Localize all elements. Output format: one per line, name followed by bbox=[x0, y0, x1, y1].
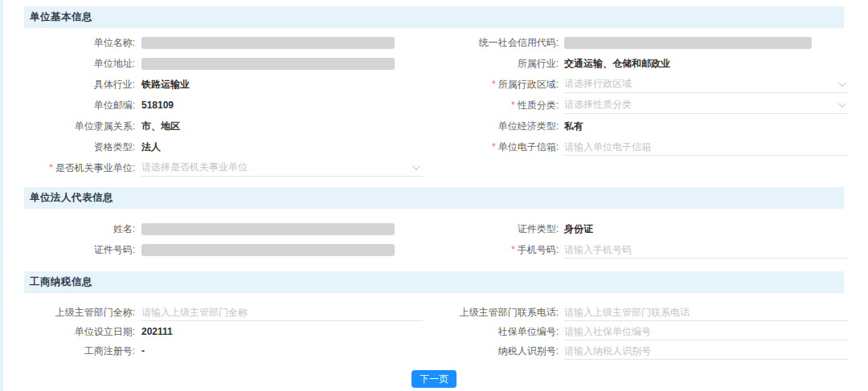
form-row-specific-industry-and-region: 具体行业: 铁路运输业 *所属行政区域: 请选择行政区域 bbox=[0, 74, 868, 95]
legal-rep-name-label: 姓名: bbox=[0, 222, 135, 236]
required-mark: * bbox=[492, 79, 496, 90]
form-row-id-number-and-mobile: 证件号码: *手机号码: bbox=[0, 239, 868, 260]
unit-affiliation-value: 市、地区 bbox=[141, 120, 180, 133]
is-government-institution-label: *是否机关事业单位: bbox=[0, 161, 135, 175]
required-mark: * bbox=[492, 141, 496, 153]
qualification-type-label: 资格类型: bbox=[0, 141, 135, 154]
establish-date-value: 202111 bbox=[141, 326, 173, 337]
footer-actions: 下一页 bbox=[0, 370, 868, 388]
superior-dept-phone-label: 上级主管部门联系电话: bbox=[434, 306, 559, 320]
unit-postcode-label: 单位邮编: bbox=[0, 99, 135, 112]
specific-industry-label: 具体行业: bbox=[0, 78, 135, 92]
unit-email-input[interactable] bbox=[564, 140, 849, 154]
chevron-down-icon bbox=[412, 162, 420, 170]
establish-date-label: 单位设立日期: bbox=[0, 325, 135, 339]
superior-dept-phone-input[interactable] bbox=[564, 305, 849, 320]
specific-industry-value: 铁路运输业 bbox=[141, 78, 190, 92]
unit-email-label: *单位电子信箱: bbox=[434, 141, 559, 154]
admin-region-placeholder: 请选择行政区域 bbox=[564, 77, 838, 91]
unit-postcode-value: 518109 bbox=[141, 100, 174, 111]
superior-dept-name-label: 上级主管部门全称: bbox=[0, 306, 135, 320]
id-number-label: 证件号码: bbox=[0, 243, 135, 257]
form-row-superior-dept: 上级主管部门全称: 上级主管部门联系电话: bbox=[0, 303, 868, 322]
nature-classification-placeholder: 请选择性质分类 bbox=[564, 98, 838, 112]
is-government-institution-select[interactable]: 请选择是否机关事业单位 bbox=[141, 160, 423, 177]
unit-registration-form: 单位基本信息 单位名称: 统一社会信用代码: 单位地址: 所属行业: 交通运输、… bbox=[0, 0, 868, 391]
social-insurance-no-label: 社保单位编号: bbox=[434, 325, 559, 339]
superior-dept-name-input[interactable] bbox=[141, 305, 423, 320]
mobile-number-label: *手机号码: bbox=[434, 243, 559, 257]
unit-affiliation-label: 单位隶属关系: bbox=[0, 120, 135, 133]
chevron-down-icon bbox=[838, 100, 846, 108]
business-reg-no-value: - bbox=[141, 345, 145, 356]
form-row-address-and-industry: 单位地址: 所属行业: 交通运输、仓储和邮政业 bbox=[0, 53, 868, 74]
id-type-label: 证件类型: bbox=[434, 222, 559, 236]
unit-address-masked-value bbox=[141, 58, 395, 70]
section-title: 工商纳税信息 bbox=[30, 275, 92, 289]
credit-code-masked-value bbox=[564, 37, 812, 49]
unit-email-input-wrap bbox=[564, 139, 849, 156]
form-row-business-reg-and-taxpayer-id: 工商注册号: - 纳税人识别号: bbox=[0, 341, 868, 360]
nature-classification-label: *性质分类: bbox=[434, 99, 559, 112]
form-row-name-and-id-type: 姓名: 证件类型: 身份证 bbox=[0, 218, 868, 239]
required-mark: * bbox=[511, 100, 515, 111]
superior-dept-phone-input-wrap bbox=[564, 304, 849, 321]
superior-dept-name-input-wrap bbox=[141, 304, 423, 321]
form-row-affiliation-and-economic-type: 单位隶属关系: 市、地区 单位经济类型: 私有 bbox=[0, 116, 868, 136]
form-row-establish-date-and-social-insurance: 单位设立日期: 202111 社保单位编号: bbox=[0, 322, 868, 341]
credit-code-label: 统一社会信用代码: bbox=[434, 36, 559, 50]
section-title: 单位法人代表信息 bbox=[30, 191, 113, 205]
chevron-down-icon bbox=[838, 79, 846, 87]
economic-type-label: 单位经济类型: bbox=[434, 120, 559, 133]
form-row-postcode-and-nature: 单位邮编: 518109 *性质分类: 请选择性质分类 bbox=[0, 95, 868, 116]
is-government-institution-placeholder: 请选择是否机关事业单位 bbox=[141, 161, 412, 174]
qualification-type-value: 法人 bbox=[141, 141, 161, 154]
admin-region-select[interactable]: 请选择行政区域 bbox=[564, 76, 849, 93]
social-insurance-no-input-wrap bbox=[564, 324, 849, 340]
unit-name-label: 单位名称: bbox=[0, 36, 135, 50]
id-number-masked-value bbox=[141, 244, 395, 256]
taxpayer-id-label: 纳税人识别号: bbox=[434, 344, 559, 358]
legal-rep-name-masked-value bbox=[141, 223, 395, 235]
mobile-number-input[interactable] bbox=[564, 242, 849, 257]
required-mark: * bbox=[49, 162, 53, 173]
unit-address-label: 单位地址: bbox=[0, 57, 135, 71]
economic-type-value: 私有 bbox=[564, 120, 583, 133]
required-mark: * bbox=[511, 244, 515, 255]
industry-category-label: 所属行业: bbox=[434, 57, 559, 71]
unit-name-masked-value bbox=[141, 37, 395, 49]
form-row-unit-name-and-credit-code: 单位名称: 统一社会信用代码: bbox=[0, 32, 868, 53]
taxpayer-id-input[interactable] bbox=[564, 344, 849, 358]
section-title: 单位基本信息 bbox=[30, 10, 92, 24]
section-header-unit-basic-info: 单位基本信息 bbox=[24, 6, 844, 28]
social-insurance-no-input[interactable] bbox=[564, 324, 849, 339]
admin-region-label: *所属行政区域: bbox=[434, 78, 559, 92]
taxpayer-id-input-wrap bbox=[564, 343, 849, 360]
section-header-business-tax-info: 工商纳税信息 bbox=[24, 271, 844, 293]
mobile-number-input-wrap bbox=[564, 242, 849, 259]
next-page-button[interactable]: 下一页 bbox=[411, 370, 457, 388]
id-type-value: 身份证 bbox=[564, 222, 593, 236]
industry-category-value: 交通运输、仓储和邮政业 bbox=[564, 57, 670, 71]
section-header-legal-rep-info: 单位法人代表信息 bbox=[24, 187, 844, 209]
form-row-is-government-institution: *是否机关事业单位: 请选择是否机关事业单位 bbox=[0, 157, 868, 178]
business-reg-no-label: 工商注册号: bbox=[0, 344, 135, 358]
form-row-qualification-and-email: 资格类型: 法人 *单位电子信箱: bbox=[0, 136, 868, 157]
nature-classification-select[interactable]: 请选择性质分类 bbox=[564, 97, 849, 114]
